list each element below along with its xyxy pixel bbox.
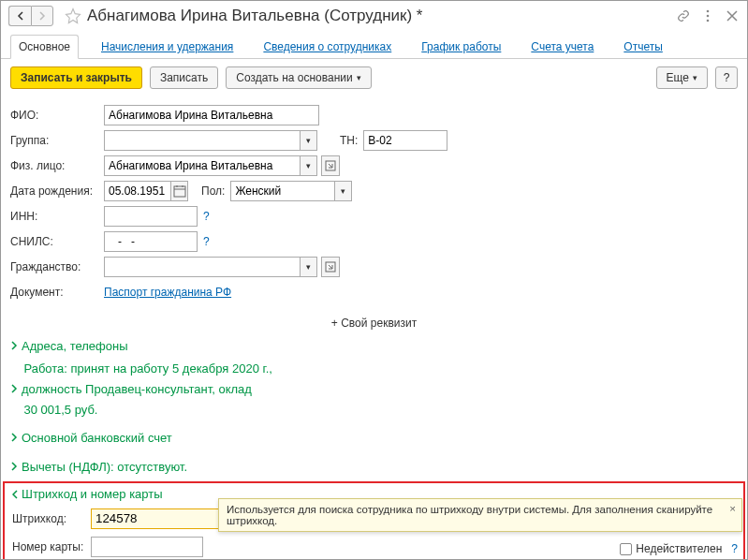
create-based-button[interactable]: Создать на основании▾ — [226, 66, 372, 89]
section-addresses-label: Адреса, телефоны — [22, 339, 128, 353]
sex-input[interactable] — [230, 181, 335, 201]
citizenship-open-button[interactable] — [321, 257, 340, 277]
tab-schedule[interactable]: График работы — [414, 36, 508, 58]
citizenship-input[interactable] — [104, 257, 301, 277]
kebab-menu-icon[interactable] — [700, 8, 715, 23]
tab-accounts[interactable]: Счета учета — [523, 36, 601, 58]
person-input[interactable] — [104, 155, 301, 176]
dob-calendar-button[interactable] — [171, 181, 188, 201]
tooltip-text: Используется для поиска сотрудника по шт… — [227, 504, 712, 526]
work-info-3: 30 001,5 руб. — [1, 402, 747, 419]
save-button[interactable]: Записать — [150, 66, 218, 89]
section-ndfl-label: Вычеты (НДФЛ): отсутствуют. — [22, 460, 187, 474]
doc-link[interactable]: Паспорт гражданина РФ — [104, 286, 231, 299]
nav-forward-button[interactable] — [31, 6, 53, 26]
tn-label: ТН: — [340, 134, 358, 147]
section-ndfl[interactable]: Вычеты (НДФЛ): отсутствуют. — [1, 456, 747, 478]
chevron-right-icon — [10, 431, 20, 445]
custom-requisite-button[interactable]: + Свой реквизит — [1, 311, 747, 335]
barcode-label: Штрихкод: — [12, 512, 85, 525]
more-label: Еще — [667, 71, 689, 84]
tn-input[interactable] — [363, 130, 447, 151]
chevron-right-icon — [10, 339, 20, 353]
snils-label: СНИЛС: — [10, 235, 104, 248]
svg-point-2 — [707, 20, 710, 22]
section-barcode-label: Штрихкод и номер карты — [22, 487, 163, 501]
create-based-label: Создать на основании — [236, 71, 353, 84]
nav-back-button[interactable] — [8, 6, 31, 26]
sex-dropdown-button[interactable]: ▾ — [335, 181, 352, 201]
save-close-button[interactable]: Записать и закрыть — [10, 66, 142, 89]
inn-label: ИНН: — [10, 210, 104, 223]
citizenship-label: Гражданство: — [10, 260, 104, 273]
invalid-help-button[interactable]: ? — [731, 542, 738, 555]
person-open-button[interactable] — [321, 155, 340, 176]
sex-label: Пол: — [201, 184, 225, 198]
dob-input[interactable] — [104, 181, 171, 201]
svg-point-0 — [707, 10, 710, 13]
tab-reports[interactable]: Отчеты — [616, 36, 669, 58]
svg-rect-4 — [174, 186, 185, 197]
more-button[interactable]: Еще▾ — [656, 66, 708, 89]
snils-help-button[interactable]: ? — [203, 235, 210, 248]
group-input[interactable] — [104, 130, 301, 151]
tab-main[interactable]: Основное — [10, 35, 79, 59]
chevron-right-icon — [10, 381, 20, 398]
group-label: Группа: — [10, 134, 104, 147]
tab-accruals[interactable]: Начисления и удержания — [94, 36, 241, 58]
favorite-star-icon[interactable] — [65, 7, 81, 24]
tooltip-close-button[interactable]: × — [729, 503, 736, 514]
svg-point-1 — [707, 15, 710, 18]
snils-input[interactable] — [104, 231, 198, 252]
fio-input[interactable] — [104, 105, 319, 125]
cardnum-input[interactable] — [91, 537, 203, 557]
section-bank[interactable]: Основной банковский счет — [1, 427, 747, 449]
inn-input[interactable] — [104, 206, 198, 227]
work-info: Работа: принят на работу 5 декабря 2020 … — [1, 361, 747, 377]
inn-help-button[interactable]: ? — [203, 210, 210, 223]
fio-label: ФИО: — [10, 109, 104, 122]
dob-label: Дата рождения: — [10, 184, 104, 198]
chevron-right-icon — [10, 460, 20, 474]
invalid-checkbox[interactable] — [620, 543, 632, 555]
group-dropdown-button[interactable]: ▾ — [301, 130, 317, 151]
invalid-label: Недействителен — [636, 542, 722, 555]
person-dropdown-button[interactable]: ▾ — [301, 155, 317, 176]
chevron-down-icon — [10, 487, 20, 501]
section-work[interactable]: должность Продавец-консультант, оклад — [1, 381, 747, 398]
tab-info[interactable]: Сведения о сотрудниках — [256, 36, 399, 58]
citizenship-dropdown-button[interactable]: ▾ — [301, 257, 317, 277]
barcode-tooltip: Используется для поиска сотрудника по шт… — [218, 498, 742, 532]
section-bank-label: Основной банковский счет — [22, 431, 172, 445]
chevron-down-icon: ▾ — [357, 73, 361, 82]
chevron-down-icon: ▾ — [693, 73, 697, 82]
link-icon[interactable] — [676, 8, 691, 23]
doc-label: Документ: — [10, 286, 104, 299]
help-button[interactable]: ? — [715, 66, 738, 89]
close-button[interactable] — [725, 8, 740, 23]
window-title: Абнагимова Ирина Витальевна (Сотрудник) … — [87, 7, 676, 25]
section-addresses[interactable]: Адреса, телефоны — [1, 335, 747, 357]
person-label: Физ. лицо: — [10, 159, 104, 172]
cardnum-label: Номер карты: — [12, 540, 85, 553]
